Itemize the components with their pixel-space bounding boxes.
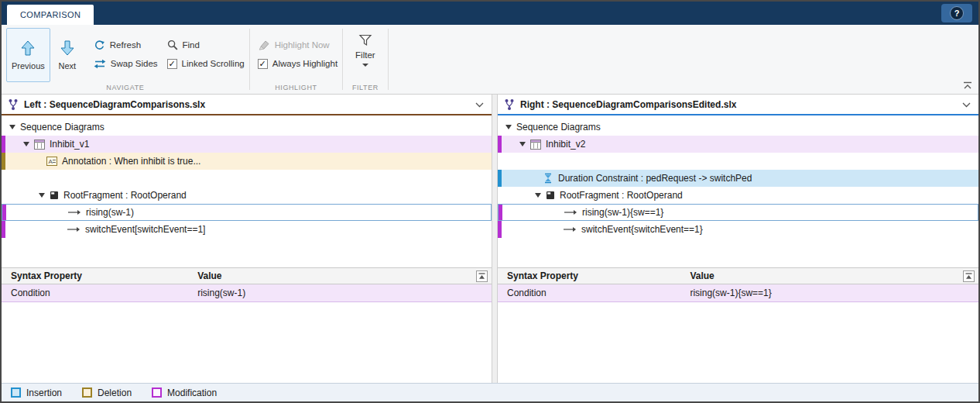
tree-item-label: RootFragment : RootOperand <box>63 190 187 201</box>
sequence-diagram-icon <box>530 140 541 150</box>
swap-sides-label: Swap Sides <box>111 59 158 68</box>
left-panel-header: Left : SequenceDiagramComparisons.slx <box>2 95 492 115</box>
column-header-syntax-property: Syntax Property <box>2 270 197 281</box>
column-header-syntax-property: Syntax Property <box>498 270 690 281</box>
collapse-toolstrip-button[interactable] <box>962 81 973 90</box>
left-property-table-header: Syntax Property Value <box>2 267 492 284</box>
left-tree: Sequence Diagrams Inhibit_v1 A Annotatio… <box>2 115 492 267</box>
tab-comparison-label: COMPARISON <box>20 10 81 19</box>
linked-scrolling-checkbox[interactable] <box>167 59 177 69</box>
expander-icon[interactable] <box>23 142 29 146</box>
message-arrow-icon <box>67 209 81 215</box>
legend-label-modification: Modification <box>167 388 217 398</box>
deletion-strip <box>2 153 5 170</box>
previous-button[interactable]: Previous <box>6 28 50 82</box>
fragment-icon <box>546 191 555 200</box>
help-button[interactable]: ? <box>941 4 972 22</box>
swap-sides-button[interactable]: Swap Sides <box>94 56 158 71</box>
tree-row-annotation[interactable]: A Annotation : When inhibit is true... <box>2 153 492 170</box>
up-arrow-icon <box>21 40 35 56</box>
modification-strip <box>2 136 5 153</box>
highlight-now-button[interactable]: Highlight Now <box>258 37 338 53</box>
expander-icon[interactable] <box>505 125 512 129</box>
right-property-row-condition[interactable]: Condition rising(sw-1){sw==1} <box>498 284 978 302</box>
navigate-column-1: Refresh Swap Sides <box>94 26 158 71</box>
legend-label-insertion: Insertion <box>26 388 62 398</box>
modification-swatch <box>152 388 162 398</box>
tree-item-label: Inhibit_v2 <box>546 139 585 150</box>
tree-row-inhibit-v2[interactable]: Inhibit_v2 <box>498 136 978 153</box>
right-panel-header: Right : SequenceDiagramComparisonsEdited… <box>498 95 978 115</box>
tree-item-label: RootFragment : RootOperand <box>560 190 683 201</box>
sequence-diagram-icon <box>34 140 45 150</box>
left-property-row-condition[interactable]: Condition rising(sw-1) <box>2 284 492 302</box>
group-navigate: Previous Next Refresh <box>2 25 249 94</box>
legend-item-modification: Modification <box>152 388 217 398</box>
collapse-table-button[interactable] <box>963 270 975 282</box>
next-button[interactable]: Next <box>50 28 84 82</box>
tree-row-spacer <box>2 170 492 187</box>
property-name-cell: Condition <box>498 288 690 298</box>
branch-icon <box>8 98 19 111</box>
group-navigate-content: Previous Next Refresh <box>6 26 245 83</box>
find-label: Find <box>183 40 200 50</box>
filter-label: Filter <box>355 50 375 60</box>
group-highlight-content: Highlight Now Always Highlight <box>255 26 338 83</box>
collapse-table-button[interactable] <box>476 270 488 282</box>
modification-strip <box>498 221 502 238</box>
column-header-value: Value <box>197 270 492 281</box>
tree-row-sequence-diagrams[interactable]: Sequence Diagrams <box>2 119 492 136</box>
message-arrow-icon <box>67 226 81 232</box>
tree-row-sequence-diagrams[interactable]: Sequence Diagrams <box>498 119 978 136</box>
tree-item-label: rising(sw-1){sw==1} <box>582 207 663 218</box>
filter-button[interactable]: Filter <box>348 28 383 67</box>
toolbar-separator <box>388 29 389 90</box>
refresh-button[interactable]: Refresh <box>94 37 158 53</box>
tree-row-duration-constraint[interactable]: Duration Constraint : pedRequest -> swit… <box>498 170 978 187</box>
tree-row-switchevent[interactable]: switchEvent[switchEvent==1] <box>2 221 492 238</box>
always-highlight-label: Always Highlight <box>272 59 338 68</box>
message-arrow-icon <box>564 209 577 215</box>
tree-row-spacer <box>498 153 978 170</box>
expander-icon[interactable] <box>535 193 541 198</box>
modification-strip <box>498 136 502 153</box>
duration-constraint-icon <box>543 173 553 184</box>
comparison-tool-window: COMPARISON ? Previous Next <box>0 0 980 403</box>
tree-row-inhibit-v1[interactable]: Inhibit_v1 <box>2 136 492 153</box>
tree-row-rootfragment[interactable]: RootFragment : RootOperand <box>498 187 978 204</box>
always-highlight-toggle[interactable]: Always Highlight <box>258 56 338 71</box>
tree-row-switchevent[interactable]: switchEvent{switchEvent==1} <box>498 221 978 238</box>
tree-item-label: switchEvent[switchEvent==1] <box>85 224 205 235</box>
find-button[interactable]: Find <box>167 37 245 53</box>
legend-item-deletion: Deletion <box>82 388 132 398</box>
tab-strip: COMPARISON ? <box>2 2 978 25</box>
svg-text:A: A <box>48 158 53 165</box>
refresh-icon <box>94 40 105 51</box>
right-panel: Right : SequenceDiagramComparisonsEdited… <box>498 95 978 383</box>
panel-splitter[interactable] <box>492 95 498 383</box>
always-highlight-checkbox[interactable] <box>258 59 268 69</box>
tree-item-label: Inhibit_v1 <box>50 139 89 150</box>
tree-row-rising[interactable]: rising(sw-1) <box>2 204 492 221</box>
tree-item-label: Annotation : When inhibit is true... <box>62 156 200 167</box>
modification-strip <box>2 205 6 220</box>
tree-row-rising[interactable]: rising(sw-1){sw==1} <box>498 204 978 221</box>
expander-icon[interactable] <box>39 193 45 198</box>
chevron-down-icon[interactable] <box>962 102 971 108</box>
diff-legend: Insertion Deletion Modification <box>2 383 978 401</box>
tree-row-rootfragment[interactable]: RootFragment : RootOperand <box>2 187 492 204</box>
highlight-column: Highlight Now Always Highlight <box>258 26 338 71</box>
legend-item-insertion: Insertion <box>11 388 62 398</box>
group-label-highlight: HIGHLIGHT <box>255 83 338 94</box>
toolstrip: Previous Next Refresh <box>2 25 978 95</box>
tab-comparison[interactable]: COMPARISON <box>7 5 94 25</box>
group-filter-content: Filter <box>348 26 383 83</box>
expander-icon[interactable] <box>9 125 15 129</box>
expander-icon[interactable] <box>519 142 526 146</box>
right-property-table-header: Syntax Property Value <box>498 267 978 284</box>
tree-item-label: rising(sw-1) <box>86 207 134 218</box>
previous-button-label: Previous <box>12 61 45 71</box>
linked-scrolling-toggle[interactable]: Linked Scrolling <box>167 56 245 71</box>
chevron-down-icon[interactable] <box>475 102 484 108</box>
highlight-now-label: Highlight Now <box>275 40 330 50</box>
